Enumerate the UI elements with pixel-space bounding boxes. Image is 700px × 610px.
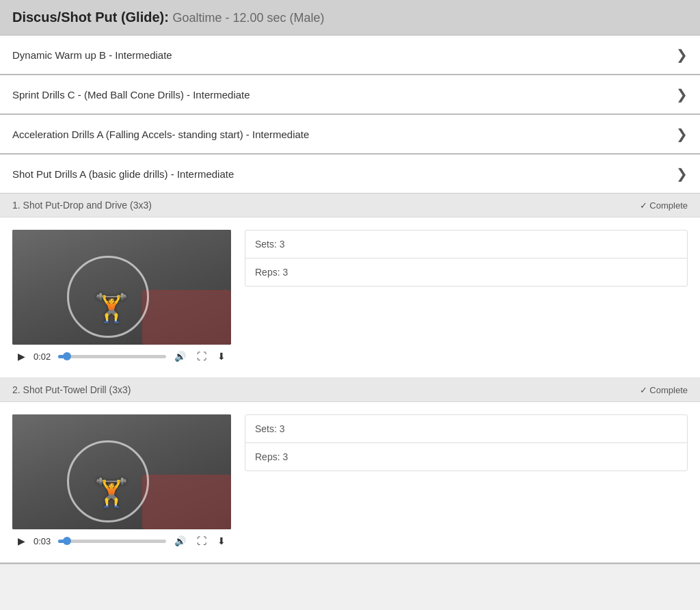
- fullscreen-button-2[interactable]: ⛶: [194, 534, 209, 548]
- sets-reps-panel-2: Sets: 3 Reps: 3: [245, 414, 688, 471]
- video-thumbnail-1[interactable]: 🏋: [12, 230, 231, 345]
- drill-number-1: 1: [12, 200, 18, 211]
- video-thumbnail-2[interactable]: 🏋: [12, 414, 231, 529]
- chevron-right-icon-3: ❯: [676, 165, 688, 182]
- drill-item-2: 2. Shot Put-Towel Drill (3x3) Complete 🏋…: [0, 378, 700, 563]
- download-button-2[interactable]: ⬇: [215, 534, 228, 548]
- sets-row-1: Sets: 3: [245, 230, 687, 258]
- complete-badge-1: Complete: [640, 200, 688, 211]
- section-sprint-drills[interactable]: Sprint Drills C - (Med Ball Cone Drills)…: [0, 75, 700, 115]
- section-label-acceleration-drills: Acceleration Drills A (Falling Accels- s…: [12, 129, 309, 140]
- section-acceleration-drills[interactable]: Acceleration Drills A (Falling Accels- s…: [0, 115, 700, 155]
- video-container-1: 🏋 ▶ 0:02 🔊 ⛶ ⬇: [12, 230, 231, 368]
- section-dynamic-warmup[interactable]: Dynamic Warm up B - Intermediate ❯: [0, 36, 700, 75]
- video-controls-2: ▶ 0:03 🔊 ⛶ ⬇: [12, 529, 231, 553]
- section-label-sprint-drills: Sprint Drills C - (Med Ball Cone Drills)…: [12, 89, 250, 101]
- title-main: Discus/Shot Put (Glide):: [12, 10, 169, 25]
- drill-number-2: 2: [12, 384, 18, 395]
- drill-content-1: 🏋 ▶ 0:02 🔊 ⛶ ⬇ Sets: 3 Reps: 3: [0, 217, 700, 368]
- video-redzone-2: [142, 475, 231, 529]
- volume-button-2[interactable]: 🔊: [172, 534, 189, 548]
- video-figure-1: 🏋: [94, 292, 129, 324]
- drill-header-1: 1. Shot Put-Drop and Drive (3x3) Complet…: [0, 194, 700, 217]
- chevron-right-icon-1: ❯: [676, 86, 688, 103]
- drill-spacer-2: [0, 553, 700, 562]
- drill-spacer-1: [0, 368, 700, 377]
- progress-thumb-2: [63, 537, 71, 545]
- video-figure-2: 🏋: [94, 477, 129, 509]
- drill-content-2: 🏋 ▶ 0:03 🔊 ⛶ ⬇ Sets: 3 Reps: 3: [0, 402, 700, 553]
- play-button-2[interactable]: ▶: [15, 534, 28, 548]
- drill-item-1: 1. Shot Put-Drop and Drive (3x3) Complet…: [0, 194, 700, 378]
- progress-bar-2[interactable]: [58, 540, 166, 543]
- time-label-1: 0:02: [33, 352, 53, 362]
- time-label-2: 0:03: [33, 536, 53, 546]
- drill-name-1: Shot Put-Drop and Drive (3x3): [23, 200, 152, 211]
- fullscreen-button-1[interactable]: ⛶: [194, 349, 209, 363]
- reps-row-1: Reps: 3: [245, 258, 687, 286]
- drill-title-2: 2. Shot Put-Towel Drill (3x3): [12, 384, 131, 395]
- drill-title-1: 1. Shot Put-Drop and Drive (3x3): [12, 200, 152, 211]
- expanded-section-label: Shot Put Drills A (basic glide drills) -…: [12, 168, 234, 180]
- progress-bar-1[interactable]: [58, 355, 166, 358]
- download-button-1[interactable]: ⬇: [215, 349, 228, 363]
- chevron-right-icon-0: ❯: [676, 47, 688, 63]
- drill-name-2: Shot Put-Towel Drill (3x3): [23, 384, 131, 395]
- section-label-dynamic-warmup: Dynamic Warm up B - Intermediate: [12, 49, 172, 61]
- expanded-section-header-row[interactable]: Shot Put Drills A (basic glide drills) -…: [0, 155, 700, 194]
- sets-row-2: Sets: 3: [245, 415, 687, 443]
- section-shot-put-drills: Shot Put Drills A (basic glide drills) -…: [0, 155, 700, 564]
- drill-header-2: 2. Shot Put-Towel Drill (3x3) Complete: [0, 378, 700, 402]
- video-controls-1: ▶ 0:02 🔊 ⛶ ⬇: [12, 345, 231, 368]
- title-subtitle: Goaltime - 12.00 sec (Male): [172, 11, 324, 25]
- volume-button-1[interactable]: 🔊: [172, 349, 189, 363]
- page-title: Discus/Shot Put (Glide): Goaltime - 12.0…: [12, 10, 688, 25]
- play-button-1[interactable]: ▶: [15, 349, 28, 363]
- page-header: Discus/Shot Put (Glide): Goaltime - 12.0…: [0, 0, 700, 36]
- progress-thumb-1: [63, 352, 71, 360]
- video-redzone-1: [142, 290, 231, 345]
- video-container-2: 🏋 ▶ 0:03 🔊 ⛶ ⬇: [12, 414, 231, 553]
- reps-row-2: Reps: 3: [245, 443, 687, 470]
- sets-reps-panel-1: Sets: 3 Reps: 3: [245, 230, 688, 287]
- complete-badge-2: Complete: [640, 385, 688, 395]
- chevron-right-icon-2: ❯: [676, 126, 688, 142]
